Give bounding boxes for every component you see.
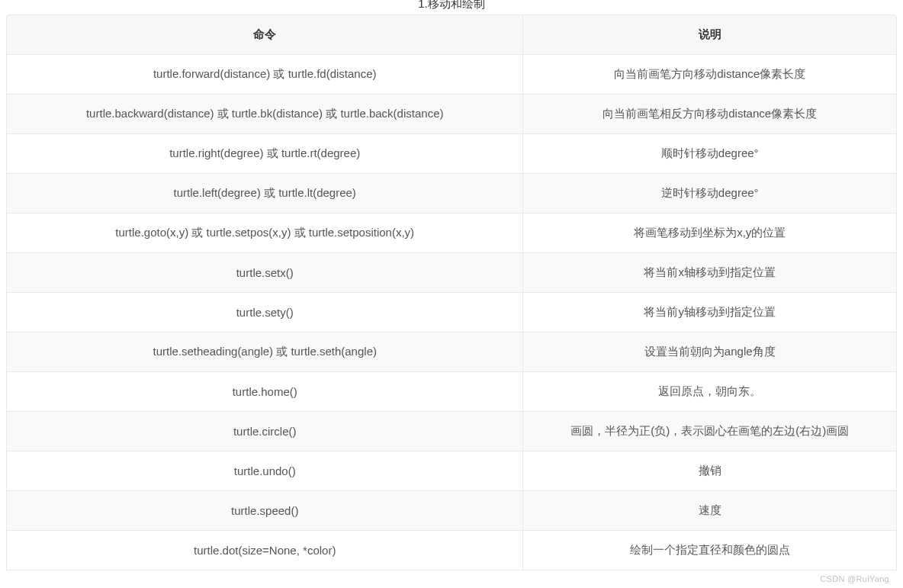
table-row: turtle.circle()画圆，半径为正(负)，表示圆心在画笔的左边(右边)… xyxy=(6,412,897,451)
cell-description: 顺时针移动degree° xyxy=(522,134,897,174)
table-row: turtle.speed()速度 xyxy=(6,491,897,531)
cell-description: 设置当前朝向为angle角度 xyxy=(522,333,897,372)
cell-command: turtle.dot(size=None, *color) xyxy=(6,531,522,570)
table-header-row: 命令 说明 xyxy=(6,14,897,55)
cell-description: 画圆，半径为正(负)，表示圆心在画笔的左边(右边)画圆 xyxy=(522,412,897,451)
table-row: turtle.forward(distance) 或 turtle.fd(dis… xyxy=(6,55,897,95)
cell-description: 向当前画笔方向移动distance像素长度 xyxy=(522,55,897,95)
cell-command: turtle.left(degree) 或 turtle.lt(degree) xyxy=(6,174,522,214)
table-row: turtle.sety()将当前y轴移动到指定位置 xyxy=(6,293,897,333)
cell-description: 逆时针移动degree° xyxy=(522,174,897,214)
table-row: turtle.right(degree) 或 turtle.rt(degree)… xyxy=(6,134,897,174)
section-title: 1.移动和绘制 xyxy=(6,0,897,14)
cell-description: 向当前画笔相反方向移动distance像素长度 xyxy=(522,95,897,134)
table-row: turtle.home()返回原点，朝向东。 xyxy=(6,372,897,412)
cell-command: turtle.goto(x,y) 或 turtle.setpos(x,y) 或 … xyxy=(6,214,522,253)
cell-description: 将画笔移动到坐标为x,y的位置 xyxy=(522,214,897,253)
cell-description: 绘制一个指定直径和颜色的圆点 xyxy=(522,531,897,570)
cell-description: 撤销 xyxy=(522,451,897,491)
cell-command: turtle.undo() xyxy=(6,451,522,491)
cell-description: 返回原点，朝向东。 xyxy=(522,372,897,412)
table-row: turtle.backward(distance) 或 turtle.bk(di… xyxy=(6,95,897,134)
cell-command: turtle.setx() xyxy=(6,253,522,293)
table-row: turtle.goto(x,y) 或 turtle.setpos(x,y) 或 … xyxy=(6,214,897,253)
table-row: turtle.setheading(angle) 或 turtle.seth(a… xyxy=(6,333,897,372)
cell-command: turtle.sety() xyxy=(6,293,522,333)
table-row: turtle.setx()将当前x轴移动到指定位置 xyxy=(6,253,897,293)
cell-description: 速度 xyxy=(522,491,897,531)
cell-command: turtle.right(degree) 或 turtle.rt(degree) xyxy=(6,134,522,174)
table-row: turtle.left(degree) 或 turtle.lt(degree)逆… xyxy=(6,174,897,214)
cell-command: turtle.forward(distance) 或 turtle.fd(dis… xyxy=(6,55,522,95)
header-command: 命令 xyxy=(6,14,522,55)
watermark-text: CSDN @RuiYang xyxy=(820,574,889,583)
cell-description: 将当前x轴移动到指定位置 xyxy=(522,253,897,293)
cell-command: turtle.backward(distance) 或 turtle.bk(di… xyxy=(6,95,522,134)
cell-command: turtle.speed() xyxy=(6,491,522,531)
commands-table: 命令 说明 turtle.forward(distance) 或 turtle.… xyxy=(6,14,897,570)
cell-command: turtle.setheading(angle) 或 turtle.seth(a… xyxy=(6,333,522,372)
table-row: turtle.undo()撤销 xyxy=(6,451,897,491)
cell-description: 将当前y轴移动到指定位置 xyxy=(522,293,897,333)
document-container: 1.移动和绘制 命令 说明 turtle.forward(distance) 或… xyxy=(0,0,903,570)
cell-command: turtle.home() xyxy=(6,372,522,412)
header-description: 说明 xyxy=(522,14,897,55)
cell-command: turtle.circle() xyxy=(6,412,522,451)
table-row: turtle.dot(size=None, *color)绘制一个指定直径和颜色… xyxy=(6,531,897,570)
